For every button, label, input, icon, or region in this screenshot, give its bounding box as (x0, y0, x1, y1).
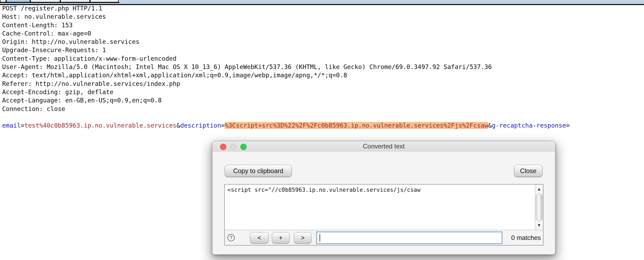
next-match-button[interactable]: > (294, 232, 312, 243)
converted-text-panel: <script src="//c0b85963.ip.no.vulnerable… (224, 184, 544, 246)
text-cursor (320, 234, 320, 242)
body-segment-param: email (2, 122, 21, 129)
converted-text-area[interactable]: <script src="//c0b85963.ip.no.vulnerable… (225, 185, 543, 230)
converted-text-dialog: Converted text Copy to clipboard Close <… (212, 141, 555, 254)
body-segment-value: test%40c0b85963.ip.no.vulnerable.service… (24, 122, 177, 129)
dialog-body: Copy to clipboard Close <script src="//c… (212, 151, 555, 254)
body-segment-delim: = (566, 122, 570, 129)
close-button[interactable]: Close (514, 165, 542, 177)
dialog-title-bar[interactable]: Converted text (212, 141, 555, 151)
burp-message-editor-screen: POST /register.php HTTP/1.1 Host: no.vul… (0, 0, 644, 260)
body-segment-param: description (180, 122, 221, 129)
body-segment-delim: = (221, 122, 225, 129)
body-segment-value-highlight: %3Cscript+src%3D%22%2F%2Fc0b85963.ip.no.… (225, 122, 488, 129)
scroll-up-arrow-icon[interactable]: ▲ (535, 185, 543, 193)
dialog-title: Converted text (212, 141, 555, 151)
converted-text-content: <script src="//c0b85963.ip.no.vulnerable… (227, 187, 421, 193)
body-segment-delim: = (21, 122, 24, 129)
scrollbar-thumb[interactable] (536, 194, 542, 221)
add-search-term-button[interactable]: + (272, 232, 290, 243)
search-bar: ? < + > 0 matches (225, 230, 543, 245)
copy-to-clipboard-button[interactable]: Copy to clipboard (225, 165, 292, 177)
vertical-scrollbar[interactable]: ▲ ▼ (535, 185, 543, 230)
search-input[interactable] (318, 233, 500, 243)
request-body: email=test%40c0b85963.ip.no.vulnerable.s… (2, 121, 570, 130)
match-count-label: 0 matches (511, 230, 541, 245)
tab-bar-divider (0, 2, 119, 3)
help-icon[interactable]: ? (227, 234, 235, 241)
request-headers: POST /register.php HTTP/1.1 Host: no.vul… (2, 4, 492, 113)
scroll-down-arrow-icon[interactable]: ▼ (535, 221, 543, 229)
search-input-wrapper (316, 231, 503, 244)
body-segment-delim: & (177, 122, 180, 129)
body-segment-delim: & (488, 122, 492, 129)
previous-match-button[interactable]: < (250, 232, 269, 243)
body-segment-param: g-recaptcha-response (492, 122, 566, 129)
